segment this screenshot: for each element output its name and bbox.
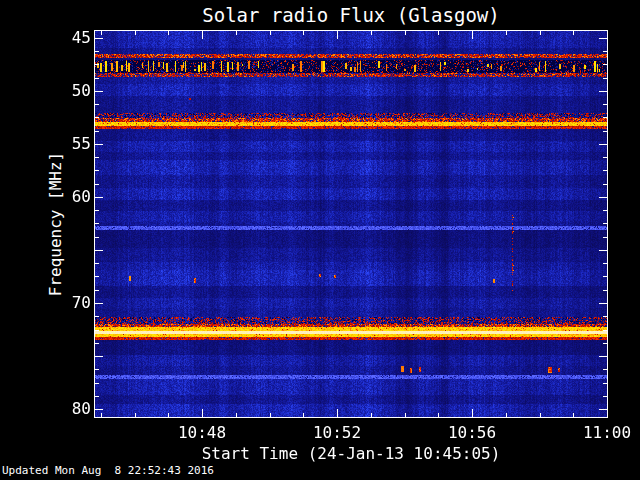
y-axis-tick-left xyxy=(95,104,99,105)
x-axis-tick-bottom xyxy=(168,413,169,417)
y-axis-tick-right xyxy=(599,356,607,357)
y-axis-tick-left xyxy=(95,78,99,79)
x-axis-tick-top xyxy=(202,31,203,39)
y-axis-tick-right xyxy=(599,91,607,92)
y-axis-tick-right xyxy=(603,276,607,277)
x-axis-tick-top xyxy=(337,31,338,39)
y-axis-tick-right xyxy=(603,237,607,238)
y-axis-tick-left xyxy=(95,91,103,92)
y-tick-label: 55 xyxy=(45,135,91,153)
y-tick-label: 45 xyxy=(45,29,91,47)
spectrogram-screen: Solar radio Flux (Glasgow) Frequency [MH… xyxy=(0,0,640,480)
y-axis-tick-right xyxy=(599,250,607,251)
x-axis-tick-bottom xyxy=(236,413,237,417)
y-axis-tick-left xyxy=(95,276,99,277)
x-axis-tick-bottom xyxy=(371,413,372,417)
x-axis-tick-bottom xyxy=(573,413,574,417)
y-axis-tick-right xyxy=(603,210,607,211)
x-axis-tick-top xyxy=(135,31,136,35)
x-axis-tick-top xyxy=(168,31,169,35)
x-axis-tick-bottom xyxy=(405,413,406,417)
y-axis-tick-left xyxy=(95,356,103,357)
x-axis-title: Start Time (24-Jan-13 10:45:05) xyxy=(95,444,607,463)
y-axis-tick-right xyxy=(603,78,607,79)
y-tick-label: 70 xyxy=(45,294,91,312)
y-axis-tick-left xyxy=(95,38,103,39)
x-axis-tick-top xyxy=(371,31,372,35)
y-axis-tick-left xyxy=(95,396,99,397)
y-tick-label: 60 xyxy=(45,188,91,206)
x-axis-tick-top xyxy=(472,31,473,39)
x-axis-tick-bottom xyxy=(270,413,271,417)
x-tick-label: 10:52 xyxy=(297,423,377,442)
y-axis-tick-left xyxy=(95,290,99,291)
x-axis-tick-top xyxy=(236,31,237,35)
y-axis-tick-right xyxy=(603,290,607,291)
y-axis-tick-right xyxy=(599,144,607,145)
y-axis-tick-right xyxy=(603,51,607,52)
y-axis-tick-left xyxy=(95,330,99,331)
y-axis-tick-right xyxy=(599,38,607,39)
y-axis-tick-left xyxy=(95,64,99,65)
y-axis-tick-right xyxy=(603,104,607,105)
plot-frame xyxy=(94,30,608,418)
page-title: Solar radio Flux (Glasgow) xyxy=(95,4,607,26)
y-axis-tick-right xyxy=(599,197,607,198)
y-axis-tick-left xyxy=(95,51,99,52)
y-axis-tick-left xyxy=(95,237,99,238)
y-axis-tick-left xyxy=(95,157,99,158)
y-axis-tick-right xyxy=(603,316,607,317)
x-axis-tick-top xyxy=(607,31,608,39)
y-axis-tick-right xyxy=(603,330,607,331)
x-axis-tick-bottom xyxy=(135,413,136,417)
y-axis-tick-right xyxy=(603,170,607,171)
x-axis-tick-bottom xyxy=(101,413,102,417)
x-axis-tick-top xyxy=(438,31,439,35)
y-axis-tick-left xyxy=(95,210,99,211)
x-tick-label: 11:00 xyxy=(567,423,640,442)
x-axis-tick-bottom xyxy=(303,413,304,417)
y-axis-tick-right xyxy=(603,157,607,158)
y-axis-title: Frequency [MHz] xyxy=(46,152,65,297)
y-axis-tick-right xyxy=(603,223,607,224)
x-axis-tick-top xyxy=(506,31,507,35)
y-axis-tick-left xyxy=(95,144,103,145)
x-axis-tick-bottom xyxy=(438,413,439,417)
x-tick-label: 10:56 xyxy=(432,423,512,442)
y-axis-tick-left xyxy=(95,184,99,185)
x-axis-tick-bottom xyxy=(607,409,608,417)
y-axis-tick-left xyxy=(95,223,99,224)
y-axis-tick-left xyxy=(95,117,99,118)
y-axis-tick-left xyxy=(95,303,103,304)
x-axis-tick-bottom xyxy=(337,409,338,417)
x-axis-tick-top xyxy=(405,31,406,35)
x-axis-tick-top xyxy=(303,31,304,35)
y-axis-tick-left xyxy=(95,250,103,251)
x-axis-tick-bottom xyxy=(472,409,473,417)
y-axis-tick-left xyxy=(95,170,99,171)
y-axis-tick-left xyxy=(95,316,99,317)
x-axis-tick-bottom xyxy=(202,409,203,417)
y-axis-tick-right xyxy=(599,409,607,410)
y-axis-tick-right xyxy=(603,117,607,118)
y-axis-tick-left xyxy=(95,197,103,198)
y-axis-tick-left xyxy=(95,131,99,132)
x-axis-tick-bottom xyxy=(540,413,541,417)
x-axis-tick-bottom xyxy=(506,413,507,417)
y-axis-tick-left xyxy=(95,409,103,410)
spectrogram-canvas xyxy=(95,31,607,417)
updated-timestamp: Updated Mon Aug 8 22:52:43 2016 xyxy=(2,464,214,477)
x-axis-tick-top xyxy=(101,31,102,35)
x-axis-tick-top xyxy=(270,31,271,35)
y-axis-tick-left xyxy=(95,383,99,384)
y-axis-tick-right xyxy=(599,303,607,304)
y-axis-tick-left xyxy=(95,343,99,344)
y-axis-tick-right xyxy=(603,343,607,344)
y-axis-tick-right xyxy=(603,396,607,397)
y-axis-tick-right xyxy=(603,64,607,65)
y-axis-tick-right xyxy=(603,383,607,384)
y-axis-tick-right xyxy=(603,369,607,370)
y-tick-label: 80 xyxy=(45,400,91,418)
x-axis-tick-top xyxy=(540,31,541,35)
x-tick-label: 10:48 xyxy=(162,423,242,442)
